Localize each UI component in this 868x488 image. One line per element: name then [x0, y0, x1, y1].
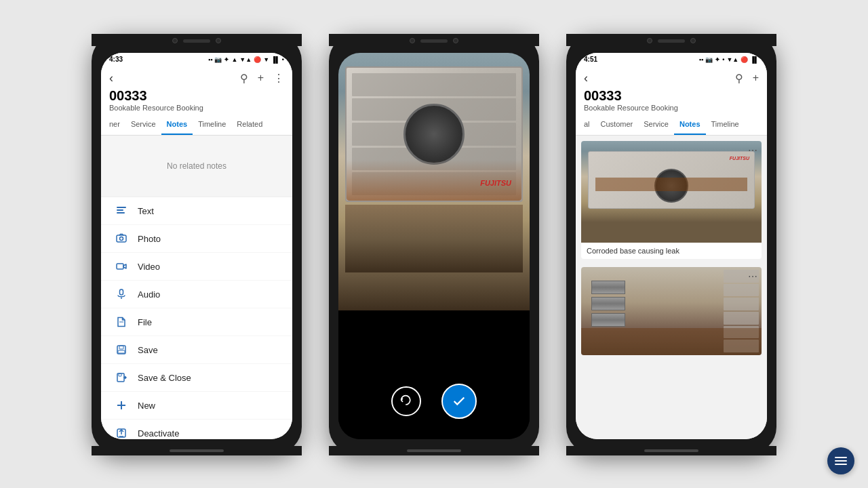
new-icon: [115, 399, 128, 412]
camera-controls: [338, 384, 530, 419]
phone1-camera2: [216, 38, 221, 43]
phone2-home: [329, 446, 539, 455]
svg-rect-0: [117, 207, 126, 208]
phone1-speaker: [183, 39, 210, 43]
menu-label-video: Video: [138, 262, 160, 272]
tab-timeline[interactable]: Timeline: [193, 115, 231, 135]
phone3-camera2: [690, 38, 696, 43]
camera-viewfinder: FUJITSU: [338, 53, 530, 310]
phone2-speaker: [420, 39, 448, 43]
menu-item-deactivate[interactable]: Deactivate: [101, 420, 292, 439]
menu-item-text[interactable]: Text: [101, 197, 292, 225]
phone3-home-bar: [644, 449, 698, 452]
phone2-home-bar: [407, 449, 461, 452]
svg-rect-6: [120, 289, 123, 295]
phone1-home: [92, 446, 302, 455]
note2-more-button[interactable]: ⋯: [748, 271, 757, 282]
phone1-header-icons: ⚲ + ⋮: [240, 72, 284, 85]
search-icon[interactable]: ⚲: [240, 72, 248, 85]
svg-rect-1: [117, 209, 123, 211]
tab-related[interactable]: Related: [231, 115, 268, 135]
phone3-tab-notes[interactable]: Notes: [674, 115, 706, 135]
note1-image: FUJITSU: [581, 141, 762, 243]
phone1-back-row: ‹ ⚲ + ⋮: [109, 71, 284, 85]
phone3-tab-service[interactable]: Service: [638, 115, 674, 135]
tab-general-partial[interactable]: ner: [104, 115, 125, 135]
menu-label-audio: Audio: [138, 289, 160, 300]
phone3-notch: [566, 34, 776, 46]
phone1-record-type: Bookable Resource Booking: [109, 104, 284, 112]
note1-caption: Corroded base causing leak: [581, 243, 762, 259]
phone3-add-icon[interactable]: +: [753, 72, 759, 85]
phone-1: 4:33 ▪▪ 📷 ✦ ▲ ▼▲ 🔴 ▼ ▐▌ • ‹ ⚲ + ⋮: [92, 34, 302, 454]
note2-rust: [581, 328, 762, 355]
ac-unit-image: FUJITSU: [345, 66, 523, 310]
phone3-status-bar: 4:51 ▪▪ 📷 ✦ • ▼▲ 🔴 ▐▌: [576, 53, 767, 66]
phone1-status-icons: ▪▪ 📷 ✦ ▲ ▼▲ 🔴 ▼ ▐▌ •: [208, 56, 284, 63]
phone3-tab-timeline[interactable]: Timeline: [706, 115, 745, 135]
note1-fujitsu-label: FUJITSU: [730, 156, 749, 161]
phone2-notch: [329, 34, 539, 46]
menu-label-photo: Photo: [138, 234, 161, 244]
deactivate-icon: [115, 426, 128, 439]
note-card-1: ⋯ FUJITSU Corroded base causing leak: [581, 141, 762, 259]
phone1-notch: [92, 34, 302, 46]
phone2-camera2: [453, 38, 458, 43]
file-icon: [115, 315, 128, 329]
phone3-tab-bar: al Customer Service Notes Timeline: [576, 115, 767, 136]
phone3-back-row: ‹ ⚲ +: [584, 71, 759, 85]
phone3-back-icon[interactable]: ‹: [584, 71, 588, 85]
phone3-header-icons: ⚲ +: [735, 72, 759, 85]
menu-item-photo[interactable]: Photo: [101, 225, 292, 253]
more-icon[interactable]: ⋮: [273, 72, 284, 85]
phone1-time: 4:33: [109, 56, 123, 63]
menu-item-save-close[interactable]: Save & Close: [101, 364, 292, 392]
phone2-camera: [410, 38, 415, 43]
phone1-camera: [172, 38, 178, 43]
phone1-notes-empty: No related notes: [101, 136, 292, 197]
note-card-2: ⋯: [581, 267, 762, 355]
phone-2: FUJITSU: [329, 34, 539, 454]
audio-icon: [115, 287, 128, 301]
note1-ground: [581, 222, 762, 243]
menu-item-file[interactable]: File: [101, 308, 292, 336]
phone3-app-header: ‹ ⚲ + 00333 Bookable Resource Booking: [576, 66, 767, 115]
note1-more-button[interactable]: ⋯: [748, 145, 757, 156]
menu-label-file: File: [138, 317, 152, 327]
ac-body: FUJITSU: [345, 66, 523, 202]
menu-item-video[interactable]: Video: [101, 253, 292, 281]
menu-item-audio[interactable]: Audio: [101, 281, 292, 308]
undo-icon: [399, 394, 413, 408]
phone-3: 4:51 ▪▪ 📷 ✦ • ▼▲ 🔴 ▐▌ ‹ ⚲ +: [566, 34, 776, 454]
menu-label-save: Save: [138, 345, 158, 355]
phone3-tab-general[interactable]: al: [578, 115, 595, 135]
phone3-camera: [647, 38, 652, 43]
phone3-tab-customer[interactable]: Customer: [595, 115, 639, 135]
phone3-time: 4:51: [584, 56, 597, 63]
svg-rect-2: [117, 212, 125, 214]
tab-notes[interactable]: Notes: [161, 115, 193, 135]
back-icon[interactable]: ‹: [109, 71, 113, 85]
camera-back-button[interactable]: [391, 386, 421, 416]
tab-service[interactable]: Service: [125, 115, 161, 135]
camera-confirm-button[interactable]: [441, 384, 477, 419]
phone1-record-id: 00333: [109, 88, 284, 104]
phone1-tab-bar: ner Service Notes Timeline Related: [101, 115, 292, 136]
phone1-dropdown-menu: Text Photo: [101, 197, 292, 439]
save-close-icon: [115, 371, 128, 384]
phone3-speaker: [658, 39, 685, 43]
phone3-search-icon[interactable]: ⚲: [735, 72, 743, 85]
phone2-screen: FUJITSU: [338, 53, 530, 439]
svg-rect-11: [118, 350, 125, 353]
camera-controls-area: [338, 310, 530, 439]
photo-icon: [115, 232, 128, 245]
menu-label-new: New: [138, 401, 155, 411]
svg-rect-5: [117, 264, 123, 269]
text-icon: [115, 204, 128, 218]
menu-item-save[interactable]: Save: [101, 336, 292, 364]
menu-item-new[interactable]: New: [101, 392, 292, 420]
note2-pipes: [591, 281, 625, 327]
video-icon: [115, 260, 128, 273]
svg-point-4: [120, 237, 123, 241]
add-icon[interactable]: +: [258, 72, 264, 85]
